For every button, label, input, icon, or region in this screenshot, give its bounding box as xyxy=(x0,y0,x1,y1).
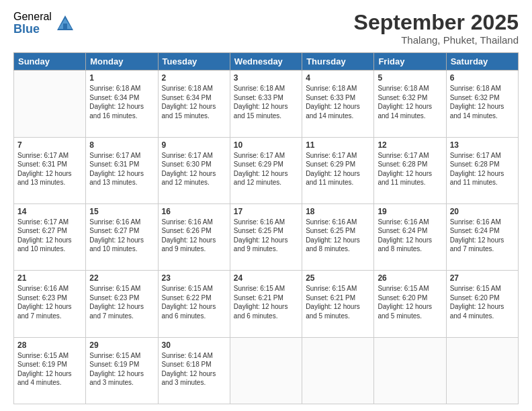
col-saturday: Saturday xyxy=(446,53,518,71)
day-number: 7 xyxy=(17,140,82,150)
day-number: 14 xyxy=(17,207,82,216)
table-row: 24Sunrise: 6:15 AM Sunset: 6:21 PM Dayli… xyxy=(230,271,302,337)
title-block: September 2025 Thalang, Phuket, Thailand xyxy=(354,11,519,46)
day-info: Sunrise: 6:14 AM Sunset: 6:18 PM Dayligh… xyxy=(162,351,226,387)
table-row: 27Sunrise: 6:15 AM Sunset: 6:20 PM Dayli… xyxy=(446,271,518,337)
table-row xyxy=(302,337,374,404)
day-number: 10 xyxy=(234,140,298,150)
day-number: 8 xyxy=(89,140,154,150)
day-info: Sunrise: 6:17 AM Sunset: 6:28 PM Dayligh… xyxy=(450,151,515,187)
day-number: 11 xyxy=(306,140,370,150)
logo: General Blue xyxy=(13,11,75,36)
day-number: 26 xyxy=(378,273,442,283)
logo-blue: Blue xyxy=(13,23,52,36)
day-info: Sunrise: 6:15 AM Sunset: 6:19 PM Dayligh… xyxy=(17,351,82,387)
col-monday: Monday xyxy=(86,53,158,71)
day-info: Sunrise: 6:15 AM Sunset: 6:20 PM Dayligh… xyxy=(378,284,442,320)
table-row: 1Sunrise: 6:18 AM Sunset: 6:34 PM Daylig… xyxy=(86,71,158,137)
table-row: 20Sunrise: 6:16 AM Sunset: 6:24 PM Dayli… xyxy=(446,203,518,270)
col-thursday: Thursday xyxy=(302,53,374,71)
header: General Blue September 2025 Thalang, Phu… xyxy=(13,11,519,46)
day-info: Sunrise: 6:16 AM Sunset: 6:24 PM Dayligh… xyxy=(450,218,515,254)
day-info: Sunrise: 6:15 AM Sunset: 6:21 PM Dayligh… xyxy=(306,284,370,320)
table-row: 10Sunrise: 6:17 AM Sunset: 6:29 PM Dayli… xyxy=(230,137,302,203)
day-number: 15 xyxy=(89,207,154,216)
table-row: 3Sunrise: 6:18 AM Sunset: 6:33 PM Daylig… xyxy=(230,71,302,137)
week-row: 21Sunrise: 6:16 AM Sunset: 6:23 PM Dayli… xyxy=(14,271,519,337)
day-number: 3 xyxy=(234,73,298,83)
week-row: 7Sunrise: 6:17 AM Sunset: 6:31 PM Daylig… xyxy=(14,137,519,203)
col-wednesday: Wednesday xyxy=(230,53,302,71)
day-number: 20 xyxy=(450,207,515,216)
day-number: 28 xyxy=(17,340,82,350)
table-row: 7Sunrise: 6:17 AM Sunset: 6:31 PM Daylig… xyxy=(14,137,86,203)
day-info: Sunrise: 6:17 AM Sunset: 6:31 PM Dayligh… xyxy=(89,151,154,187)
logo-general: General xyxy=(13,11,52,23)
day-info: Sunrise: 6:16 AM Sunset: 6:26 PM Dayligh… xyxy=(162,218,226,254)
day-info: Sunrise: 6:18 AM Sunset: 6:32 PM Dayligh… xyxy=(378,84,442,120)
day-info: Sunrise: 6:18 AM Sunset: 6:33 PM Dayligh… xyxy=(306,84,370,120)
day-info: Sunrise: 6:16 AM Sunset: 6:23 PM Dayligh… xyxy=(17,284,82,320)
week-row: 14Sunrise: 6:17 AM Sunset: 6:27 PM Dayli… xyxy=(14,203,519,270)
day-info: Sunrise: 6:18 AM Sunset: 6:34 PM Dayligh… xyxy=(162,84,226,120)
day-info: Sunrise: 6:17 AM Sunset: 6:30 PM Dayligh… xyxy=(162,151,226,187)
table-row: 17Sunrise: 6:16 AM Sunset: 6:25 PM Dayli… xyxy=(230,203,302,270)
table-row: 12Sunrise: 6:17 AM Sunset: 6:28 PM Dayli… xyxy=(374,137,446,203)
day-number: 30 xyxy=(162,340,226,350)
logo-icon xyxy=(56,14,75,33)
table-row: 16Sunrise: 6:16 AM Sunset: 6:26 PM Dayli… xyxy=(158,203,230,270)
table-row: 11Sunrise: 6:17 AM Sunset: 6:29 PM Dayli… xyxy=(302,137,374,203)
month-title: September 2025 xyxy=(354,11,519,34)
day-number: 19 xyxy=(378,207,442,216)
table-row xyxy=(14,71,86,137)
day-number: 2 xyxy=(162,73,226,83)
day-number: 9 xyxy=(162,140,226,150)
col-tuesday: Tuesday xyxy=(158,53,230,71)
day-number: 13 xyxy=(450,140,515,150)
day-info: Sunrise: 6:18 AM Sunset: 6:34 PM Dayligh… xyxy=(89,84,154,120)
table-row: 9Sunrise: 6:17 AM Sunset: 6:30 PM Daylig… xyxy=(158,137,230,203)
table-row: 30Sunrise: 6:14 AM Sunset: 6:18 PM Dayli… xyxy=(158,337,230,404)
table-row: 2Sunrise: 6:18 AM Sunset: 6:34 PM Daylig… xyxy=(158,71,230,137)
day-number: 18 xyxy=(306,207,370,216)
table-row: 21Sunrise: 6:16 AM Sunset: 6:23 PM Dayli… xyxy=(14,271,86,337)
table-row: 25Sunrise: 6:15 AM Sunset: 6:21 PM Dayli… xyxy=(302,271,374,337)
table-row xyxy=(446,337,518,404)
day-info: Sunrise: 6:16 AM Sunset: 6:24 PM Dayligh… xyxy=(378,218,442,254)
day-number: 16 xyxy=(162,207,226,216)
day-info: Sunrise: 6:17 AM Sunset: 6:29 PM Dayligh… xyxy=(306,151,370,187)
table-row: 14Sunrise: 6:17 AM Sunset: 6:27 PM Dayli… xyxy=(14,203,86,270)
table-row: 26Sunrise: 6:15 AM Sunset: 6:20 PM Dayli… xyxy=(374,271,446,337)
day-info: Sunrise: 6:18 AM Sunset: 6:33 PM Dayligh… xyxy=(234,84,298,120)
table-row: 18Sunrise: 6:16 AM Sunset: 6:25 PM Dayli… xyxy=(302,203,374,270)
day-number: 5 xyxy=(378,73,442,83)
table-row: 13Sunrise: 6:17 AM Sunset: 6:28 PM Dayli… xyxy=(446,137,518,203)
table-row: 29Sunrise: 6:15 AM Sunset: 6:19 PM Dayli… xyxy=(86,337,158,404)
day-info: Sunrise: 6:16 AM Sunset: 6:25 PM Dayligh… xyxy=(306,218,370,254)
day-number: 25 xyxy=(306,273,370,283)
table-row: 5Sunrise: 6:18 AM Sunset: 6:32 PM Daylig… xyxy=(374,71,446,137)
day-number: 23 xyxy=(162,273,226,283)
day-number: 6 xyxy=(450,73,515,83)
table-row: 23Sunrise: 6:15 AM Sunset: 6:22 PM Dayli… xyxy=(158,271,230,337)
day-info: Sunrise: 6:15 AM Sunset: 6:19 PM Dayligh… xyxy=(89,351,154,387)
day-info: Sunrise: 6:16 AM Sunset: 6:25 PM Dayligh… xyxy=(234,218,298,254)
day-number: 1 xyxy=(89,73,154,83)
day-info: Sunrise: 6:15 AM Sunset: 6:20 PM Dayligh… xyxy=(450,284,515,320)
day-info: Sunrise: 6:17 AM Sunset: 6:31 PM Dayligh… xyxy=(17,151,82,187)
header-row: Sunday Monday Tuesday Wednesday Thursday… xyxy=(14,53,519,71)
day-info: Sunrise: 6:15 AM Sunset: 6:21 PM Dayligh… xyxy=(234,284,298,320)
table-row: 22Sunrise: 6:15 AM Sunset: 6:23 PM Dayli… xyxy=(86,271,158,337)
table-row xyxy=(230,337,302,404)
day-number: 17 xyxy=(234,207,298,216)
table-row: 4Sunrise: 6:18 AM Sunset: 6:33 PM Daylig… xyxy=(302,71,374,137)
week-row: 28Sunrise: 6:15 AM Sunset: 6:19 PM Dayli… xyxy=(14,337,519,404)
day-number: 27 xyxy=(450,273,515,283)
week-row: 1Sunrise: 6:18 AM Sunset: 6:34 PM Daylig… xyxy=(14,71,519,137)
day-number: 12 xyxy=(378,140,442,150)
day-number: 4 xyxy=(306,73,370,83)
day-info: Sunrise: 6:15 AM Sunset: 6:23 PM Dayligh… xyxy=(89,284,154,320)
col-friday: Friday xyxy=(374,53,446,71)
day-info: Sunrise: 6:17 AM Sunset: 6:27 PM Dayligh… xyxy=(17,218,82,254)
day-number: 21 xyxy=(17,273,82,283)
